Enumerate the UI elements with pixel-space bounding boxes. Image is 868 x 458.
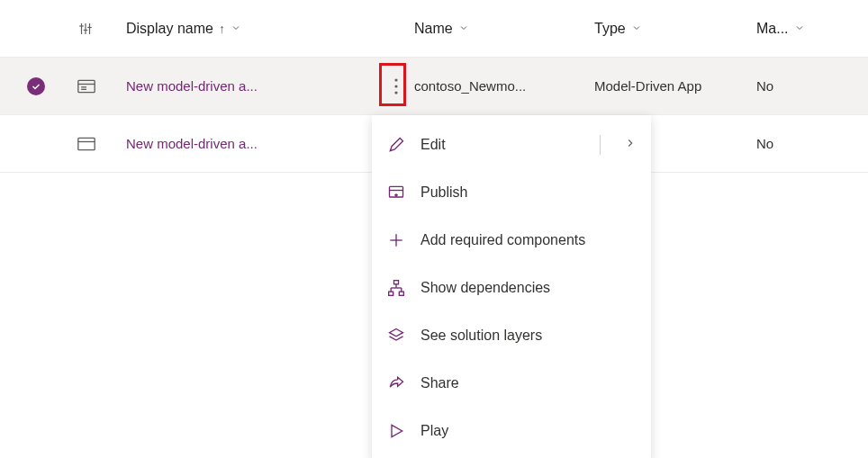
svg-rect-22 (394, 280, 399, 283)
share-icon (386, 373, 406, 393)
menu-item-show-dependencies[interactable]: Show dependencies (372, 264, 651, 311)
svg-rect-6 (78, 80, 95, 92)
menu-item-add-required[interactable]: Add required components (372, 216, 651, 264)
plus-icon (386, 230, 406, 250)
display-name-link[interactable]: New model-driven a... (126, 78, 258, 94)
column-header-type[interactable]: Type (594, 21, 756, 37)
display-name-link[interactable]: New model-driven a... (126, 136, 258, 151)
menu-divider (600, 135, 601, 155)
menu-item-label: Publish (420, 184, 467, 201)
menu-item-label: Share (420, 375, 459, 391)
svg-rect-13 (78, 138, 95, 149)
cell-name: contoso_Newmo... (414, 78, 594, 94)
row-context-menu: Edit Publish Add required components Sho… (372, 115, 651, 458)
menu-item-label: Play (420, 423, 448, 439)
chevron-down-icon (631, 21, 642, 37)
column-settings-icon[interactable] (72, 21, 126, 37)
cell-text: No (756, 78, 773, 94)
edit-icon (386, 135, 406, 155)
menu-item-label: Show dependencies (420, 280, 550, 296)
menu-item-see-layers[interactable]: See solution layers (372, 311, 651, 359)
svg-point-10 (394, 78, 397, 81)
menu-item-play[interactable]: Play (372, 407, 651, 454)
publish-icon (386, 183, 406, 202)
chevron-right-icon[interactable] (624, 137, 637, 153)
cell-text: contoso_Newmo... (414, 78, 526, 94)
menu-item-label: Add required components (420, 232, 585, 248)
menu-item-label: Edit (420, 137, 446, 153)
menu-item-publish[interactable]: Publish (372, 168, 651, 216)
cell-managed: No (756, 78, 864, 94)
sort-ascending-icon: ↑ (219, 22, 225, 36)
menu-item-label: See solution layers (420, 328, 542, 344)
more-actions-button[interactable] (384, 68, 409, 104)
chevron-down-icon (231, 21, 241, 37)
layers-icon (386, 326, 406, 346)
svg-point-12 (394, 91, 397, 94)
cell-text: No (756, 136, 773, 151)
svg-rect-23 (389, 292, 393, 295)
cell-display-name[interactable]: New model-driven a... (126, 78, 378, 94)
column-header-label: Display name (126, 21, 213, 37)
menu-item-share[interactable]: Share (372, 359, 651, 407)
dependencies-icon (386, 278, 406, 298)
cell-type: Model-Driven App (594, 78, 756, 94)
component-type-icon (72, 137, 126, 151)
svg-rect-24 (399, 292, 403, 295)
play-icon (386, 421, 406, 441)
column-header-managed[interactable]: Ma... (756, 21, 864, 37)
table-header-row: Display name ↑ Name Type Ma... (0, 0, 868, 58)
svg-marker-29 (390, 328, 403, 336)
menu-item-edit[interactable]: Edit (372, 121, 651, 168)
column-header-name[interactable]: Name (414, 21, 594, 37)
cell-text: Model-Driven App (594, 78, 701, 94)
column-header-label: Name (414, 21, 453, 37)
chevron-down-icon (794, 21, 805, 37)
chevron-down-icon (458, 21, 469, 37)
column-header-label: Type (594, 21, 626, 37)
column-header-label: Ma... (756, 21, 789, 37)
cell-display-name[interactable]: New model-driven a... (126, 136, 378, 151)
checkmark-icon (27, 77, 45, 95)
svg-point-11 (394, 85, 397, 87)
column-header-display-name[interactable]: Display name ↑ (126, 21, 378, 37)
row-select-checkbox[interactable] (0, 77, 72, 95)
row-actions[interactable] (378, 68, 414, 104)
component-type-icon (72, 79, 126, 94)
cell-managed: No (756, 136, 864, 151)
svg-marker-30 (392, 425, 402, 436)
table-row[interactable]: New model-driven a... contoso_Newmo... M… (0, 58, 868, 115)
